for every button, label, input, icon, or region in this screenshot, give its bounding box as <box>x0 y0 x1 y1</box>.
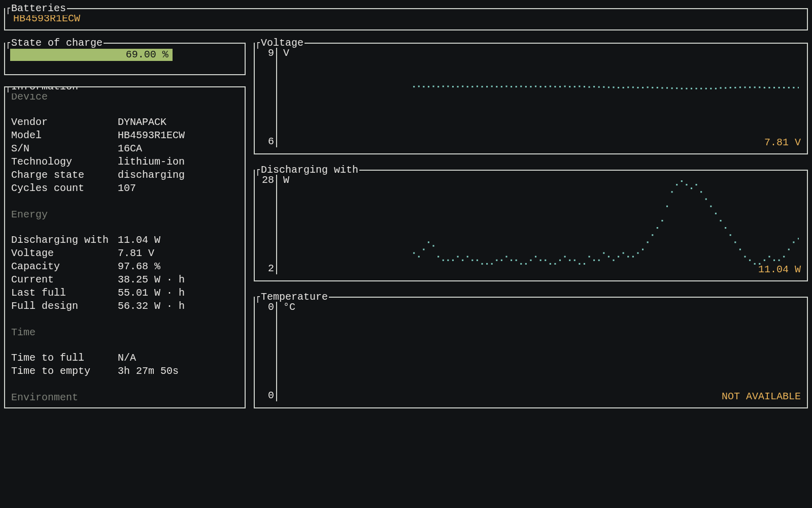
info-row: Time to fullN/A <box>11 352 239 365</box>
battery-list-item[interactable]: HB4593R1ECW <box>11 12 801 25</box>
svg-rect-147 <box>739 248 741 250</box>
info-value: 38.25 W · h <box>118 273 185 287</box>
info-key: Cycles count <box>11 182 118 195</box>
svg-rect-82 <box>423 248 424 250</box>
svg-rect-144 <box>725 227 726 229</box>
svg-rect-52 <box>666 87 668 89</box>
svg-rect-135 <box>681 180 683 182</box>
svg-rect-10 <box>462 85 463 87</box>
info-value: 55.01 W · h <box>118 287 185 300</box>
svg-rect-3 <box>428 86 429 87</box>
svg-rect-139 <box>700 191 702 193</box>
svg-rect-126 <box>637 252 638 254</box>
svg-rect-27 <box>545 86 546 87</box>
svg-rect-12 <box>471 86 473 87</box>
svg-rect-26 <box>540 86 542 87</box>
y-axis-line <box>276 302 277 401</box>
svg-rect-115 <box>584 263 585 265</box>
svg-rect-101 <box>516 260 517 261</box>
svg-rect-34 <box>579 85 580 87</box>
info-value: 16CA <box>118 142 142 155</box>
panel-title: Information <box>10 86 79 93</box>
svg-rect-21 <box>516 86 517 87</box>
svg-rect-130 <box>657 227 658 229</box>
svg-rect-7 <box>447 85 449 87</box>
svg-rect-133 <box>671 191 673 193</box>
info-row: Cycles count107 <box>11 182 239 195</box>
svg-rect-149 <box>749 260 751 261</box>
svg-rect-53 <box>671 87 673 89</box>
svg-rect-111 <box>564 256 566 258</box>
svg-rect-57 <box>691 88 692 89</box>
svg-rect-95 <box>486 263 488 265</box>
info-key: Discharging with <box>11 234 118 247</box>
svg-rect-120 <box>608 256 610 258</box>
svg-rect-60 <box>705 88 707 89</box>
svg-rect-28 <box>550 85 551 87</box>
info-row: Full design56.32 W · h <box>11 300 239 313</box>
svg-rect-5 <box>437 86 439 87</box>
svg-rect-157 <box>788 248 790 250</box>
svg-rect-150 <box>754 263 756 265</box>
svg-rect-0 <box>413 86 415 87</box>
info-value: 56.32 W · h <box>118 300 185 313</box>
svg-rect-48 <box>647 86 649 88</box>
svg-rect-61 <box>710 88 712 89</box>
svg-rect-75 <box>779 87 780 88</box>
svg-rect-123 <box>623 252 624 254</box>
svg-rect-140 <box>705 198 707 200</box>
svg-rect-43 <box>623 87 624 88</box>
svg-rect-98 <box>501 260 502 261</box>
info-key: Full design <box>11 300 118 313</box>
svg-rect-86 <box>443 260 444 261</box>
ytick-min: 0 <box>260 389 274 402</box>
svg-rect-63 <box>720 87 721 89</box>
batteries-panel: ┌ Batteries HB4593R1ECW <box>4 8 808 30</box>
info-key: S/N <box>11 142 118 155</box>
svg-rect-73 <box>768 87 770 88</box>
svg-rect-125 <box>632 256 634 258</box>
soc-percent-label: 69.00 % <box>126 48 168 61</box>
svg-rect-148 <box>744 256 746 258</box>
svg-rect-119 <box>603 252 604 254</box>
svg-rect-22 <box>520 85 522 87</box>
temperature-chart-panel: ┌ Temperature 0 0 °C NOT AVAILABLE <box>254 297 808 408</box>
information-panel: ┌ Information Device VendorDYNAPACKModel… <box>4 86 246 408</box>
svg-rect-23 <box>525 86 527 87</box>
svg-rect-136 <box>686 184 687 185</box>
svg-rect-30 <box>559 86 561 87</box>
svg-rect-97 <box>496 260 497 261</box>
svg-rect-80 <box>413 252 415 254</box>
info-row: Current38.25 W · h <box>11 273 239 287</box>
svg-rect-50 <box>657 87 658 88</box>
svg-rect-159 <box>798 238 799 239</box>
info-device-rows: VendorDYNAPACKModelHB4593R1ECWS/N16CATec… <box>11 116 239 195</box>
svg-rect-36 <box>589 86 590 88</box>
info-key: Current <box>11 273 118 287</box>
info-row: Technologylithium-ion <box>11 155 239 169</box>
svg-rect-8 <box>452 86 454 87</box>
svg-rect-128 <box>647 241 649 243</box>
svg-rect-114 <box>579 263 580 265</box>
svg-rect-113 <box>574 260 576 261</box>
temperature-plot <box>279 305 799 398</box>
svg-rect-137 <box>691 187 692 189</box>
svg-rect-17 <box>496 86 497 87</box>
svg-rect-100 <box>511 260 512 261</box>
ytick-max: 9 <box>260 47 274 60</box>
svg-rect-55 <box>681 88 683 89</box>
svg-rect-127 <box>642 248 644 250</box>
svg-rect-77 <box>788 87 790 88</box>
chart-current-reading: NOT AVAILABLE <box>722 390 801 403</box>
svg-rect-72 <box>764 87 765 88</box>
info-value: 11.04 W <box>118 234 160 247</box>
info-key: Time to full <box>11 352 118 365</box>
info-row: Capacity97.68 % <box>11 260 239 273</box>
svg-rect-81 <box>418 256 420 258</box>
svg-rect-89 <box>457 256 459 258</box>
ytick-min: 6 <box>260 135 274 148</box>
svg-rect-155 <box>779 260 780 261</box>
svg-rect-54 <box>676 87 678 89</box>
svg-rect-134 <box>676 184 678 185</box>
info-key: Voltage <box>11 247 118 260</box>
